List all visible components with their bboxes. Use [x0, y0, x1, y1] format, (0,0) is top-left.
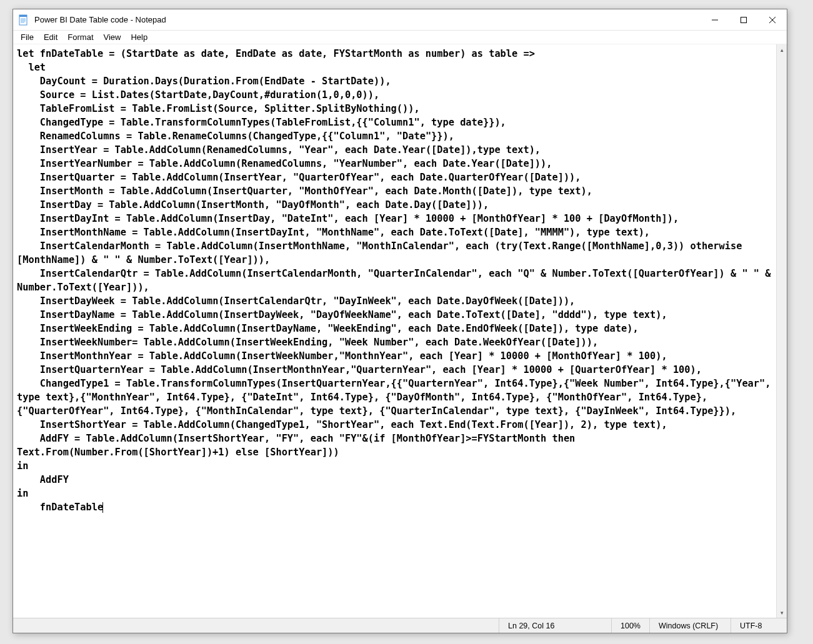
notepad-window: Power BI Date Table code - Notepad File … — [12, 9, 787, 633]
svg-rect-1 — [19, 15, 27, 17]
status-encoding: UTF-8 — [731, 618, 787, 633]
vertical-scrollbar[interactable]: ▴ ▾ — [776, 44, 787, 618]
scroll-down-icon[interactable]: ▾ — [777, 607, 787, 618]
menu-help[interactable]: Help — [126, 31, 152, 43]
notepad-icon — [18, 14, 29, 26]
text-area-container: let fnDateTable = (StartDate as date, En… — [13, 44, 787, 618]
minimize-button[interactable] — [701, 9, 729, 30]
text-area[interactable]: let fnDateTable = (StartDate as date, En… — [13, 44, 787, 517]
status-zoom: 100% — [611, 618, 649, 633]
menubar: File Edit Format View Help — [13, 31, 787, 44]
status-line-ending: Windows (CRLF) — [649, 618, 731, 633]
menu-file[interactable]: File — [16, 31, 39, 43]
window-controls — [701, 9, 787, 30]
statusbar: Ln 29, Col 16 100% Windows (CRLF) UTF-8 — [13, 618, 787, 633]
left-gutter — [0, 25, 12, 644]
maximize-button[interactable] — [729, 9, 758, 30]
scroll-up-icon[interactable]: ▴ — [777, 44, 787, 55]
menu-format[interactable]: Format — [62, 31, 98, 43]
menu-edit[interactable]: Edit — [39, 31, 62, 43]
titlebar[interactable]: Power BI Date Table code - Notepad — [13, 9, 787, 31]
close-button[interactable] — [758, 9, 787, 30]
status-position: Ln 29, Col 16 — [499, 618, 611, 633]
svg-rect-7 — [741, 17, 747, 22]
menu-view[interactable]: View — [99, 31, 126, 43]
window-title: Power BI Date Table code - Notepad — [34, 15, 701, 24]
